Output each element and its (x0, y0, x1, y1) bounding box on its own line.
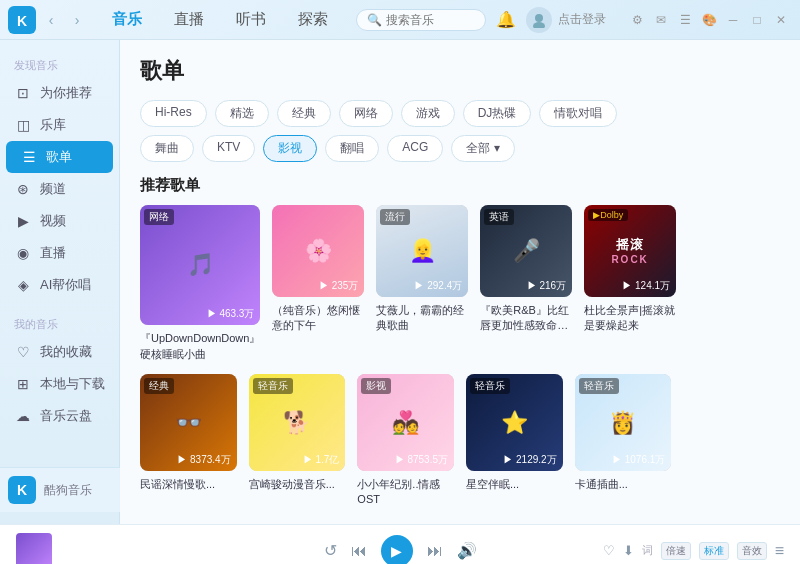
playlist-icon: ☰ (20, 149, 38, 165)
filter-game[interactable]: 游戏 (401, 100, 455, 127)
restore-button[interactable]: □ (746, 9, 768, 31)
playlist-thumb-1: 🌸 ▶ 235万 (272, 205, 364, 297)
filter-selected[interactable]: 精选 (215, 100, 269, 127)
playlist-name-4: 杜比全景声|摇滚就是要燥起来 (584, 303, 676, 334)
filter-dj[interactable]: DJ热碟 (463, 100, 532, 127)
search-box[interactable]: 🔍 (356, 9, 486, 31)
sidebar-item-label: 音乐云盘 (40, 407, 92, 425)
playlist-grid-row2: 👓 经典 ▶ 8373.4万 民谣深情慢歌... 🐕 轻音乐 ▶ 1.7亿 (140, 374, 780, 507)
playlist-card-1[interactable]: 🌸 ▶ 235万 （纯音乐）悠闲惬意的下午 (272, 205, 364, 362)
sidebar-item-ai[interactable]: ◈ AI帮你唱 (0, 269, 119, 301)
play-count-0: ▶ 463.3万 (207, 307, 255, 321)
sidebar-item-label: AI帮你唱 (40, 276, 91, 294)
speed-badge[interactable]: 倍速 (661, 542, 691, 560)
menu-button[interactable]: ☰ (674, 9, 696, 31)
mail-button[interactable]: ✉ (650, 9, 672, 31)
playlist-name-0: 『UpDownDownDown』硬核睡眠小曲 (140, 331, 260, 362)
bell-icon[interactable]: 🔔 (496, 10, 516, 29)
play-count-r2-4: ▶ 1076.1万 (612, 453, 665, 467)
playlist-thumb-0: 🎵 网络 ▶ 463.3万 (140, 205, 260, 325)
kugou-logo: K (8, 476, 36, 504)
svg-point-3 (533, 22, 545, 28)
like-button[interactable]: ♡ (603, 543, 615, 558)
playlist-thumb-3: 🎤 英语 ▶ 216万 (480, 205, 572, 297)
sidebar-item-video[interactable]: ▶ 视频 (0, 205, 119, 237)
playlist-name-3: 『欧美R&B』比红唇更加性感致命的旋律 (480, 303, 572, 334)
next-button[interactable]: ⏭ (427, 542, 443, 560)
nav-buttons: ‹ › (40, 9, 88, 31)
filter-classic[interactable]: 经典 (277, 100, 331, 127)
sidebar-item-library[interactable]: ◫ 乐库 (0, 109, 119, 141)
filter-dance[interactable]: 舞曲 (140, 135, 194, 162)
sidebar-item-label: 我的收藏 (40, 343, 92, 361)
sidebar-bottom: K 酷狗音乐 (0, 467, 120, 512)
my-music-section-title: 我的音乐 (0, 309, 119, 336)
filter-ktv[interactable]: KTV (202, 135, 255, 162)
filter-network[interactable]: 网络 (339, 100, 393, 127)
download-button[interactable]: ⬇ (623, 543, 634, 558)
back-button[interactable]: ‹ (40, 9, 62, 31)
volume-button[interactable]: 🔊 (457, 541, 477, 560)
lyrics-icon: 词 (642, 544, 653, 556)
filter-hires[interactable]: Hi-Res (140, 100, 207, 127)
tab-explore[interactable]: 探索 (282, 4, 344, 35)
eq-badge[interactable]: 音效 (737, 542, 767, 560)
content-area: 歌单 Hi-Res 精选 经典 网络 游戏 DJ热碟 情歌对唱 舞曲 KTV 影… (120, 40, 800, 524)
playlist-card-2[interactable]: 👱‍♀️ 流行 ▶ 292.4万 艾薇儿，霸霸的经典歌曲 (376, 205, 468, 362)
sidebar-item-favorites[interactable]: ♡ 我的收藏 (0, 336, 119, 368)
skin-button[interactable]: 🎨 (698, 9, 720, 31)
prev-button[interactable]: ⏮ (351, 542, 367, 560)
player-controls: ↺ ⏮ ▶ ⏭ 🔊 (276, 535, 524, 565)
login-text[interactable]: 点击登录 (558, 11, 606, 28)
playlist-toggle-button[interactable]: ≡ (775, 542, 784, 560)
minimize-button[interactable]: ─ (722, 9, 744, 31)
playlist-bg-5 (688, 205, 780, 297)
filter-film[interactable]: 影视 (263, 135, 317, 162)
filter-acg[interactable]: ACG (387, 135, 443, 162)
sidebar-item-cloud[interactable]: ☁ 音乐云盘 (0, 400, 119, 432)
playlist-card-r2-1[interactable]: 🐕 轻音乐 ▶ 1.7亿 宫崎骏动漫音乐... (249, 374, 346, 507)
play-count-r2-3: ▶ 2129.2万 (503, 453, 556, 467)
playlist-thumb-r2-0: 👓 经典 ▶ 8373.4万 (140, 374, 237, 471)
svg-point-2 (535, 14, 543, 22)
close-button[interactable]: ✕ (770, 9, 792, 31)
playlist-thumb-r2-2: 💑 影视 ▶ 8753.5万 (357, 374, 454, 471)
ai-icon: ◈ (14, 277, 32, 293)
dolby-badge: ▶Dolby (588, 209, 628, 221)
sidebar-item-local[interactable]: ⊞ 本地与下载 (0, 368, 119, 400)
playlist-card-4[interactable]: 摇滚 ROCK ▶Dolby ▶ 124.1万 杜比全景声|摇滚就是要燥起来 (584, 205, 676, 362)
playlist-card-0[interactable]: 🎵 网络 ▶ 463.3万 『UpDownDownDown』硬核睡眠小曲 (140, 205, 260, 362)
filter-cover[interactable]: 翻唱 (325, 135, 379, 162)
quality-badge[interactable]: 标准 (699, 542, 729, 560)
playlist-name-r2-1: 宫崎骏动漫音乐... (249, 477, 346, 492)
playlist-card-r2-0[interactable]: 👓 经典 ▶ 8373.4万 民谣深情慢歌... (140, 374, 237, 507)
search-input[interactable] (386, 13, 486, 27)
play-pause-button[interactable]: ▶ (381, 535, 413, 565)
playlist-card-r2-4[interactable]: 👸 轻音乐 ▶ 1076.1万 卡通插曲... (575, 374, 672, 507)
sidebar-item-live[interactable]: ◉ 直播 (0, 237, 119, 269)
tab-music[interactable]: 音乐 (96, 4, 158, 35)
tab-live[interactable]: 直播 (158, 4, 220, 35)
lyrics-toggle-button[interactable]: 词 (642, 543, 653, 558)
sidebar-item-playlist[interactable]: ☰ 歌单 (6, 141, 113, 173)
tab-audiobook[interactable]: 听书 (220, 4, 282, 35)
favorites-icon: ♡ (14, 344, 32, 360)
sidebar-item-label: 本地与下载 (40, 375, 105, 393)
sidebar-item-channel[interactable]: ⊛ 频道 (0, 173, 119, 205)
playlist-card-3[interactable]: 🎤 英语 ▶ 216万 『欧美R&B』比红唇更加性感致命的旋律 (480, 205, 572, 362)
filter-more[interactable]: 全部 ▾ (451, 135, 514, 162)
sidebar-item-label: 歌单 (46, 148, 72, 166)
forward-button[interactable]: › (66, 9, 88, 31)
playlist-card-r2-3[interactable]: ⭐ 轻音乐 ▶ 2129.2万 星空伴眠... (466, 374, 563, 507)
sidebar-item-recommended[interactable]: ⊡ 为你推荐 (0, 77, 119, 109)
playlist-card-r2-2[interactable]: 💑 影视 ▶ 8753.5万 小小年纪别..情感OST (357, 374, 454, 507)
local-icon: ⊞ (14, 376, 32, 392)
settings-button[interactable]: ⚙ (626, 9, 648, 31)
channel-icon: ⊛ (14, 181, 32, 197)
player-thumbnail (16, 533, 52, 565)
filter-duet[interactable]: 情歌对唱 (539, 100, 617, 127)
player-left (16, 533, 264, 565)
avatar-area[interactable]: 点击登录 (526, 7, 606, 33)
playlist-thumb-2: 👱‍♀️ 流行 ▶ 292.4万 (376, 205, 468, 297)
repeat-button[interactable]: ↺ (324, 541, 337, 560)
